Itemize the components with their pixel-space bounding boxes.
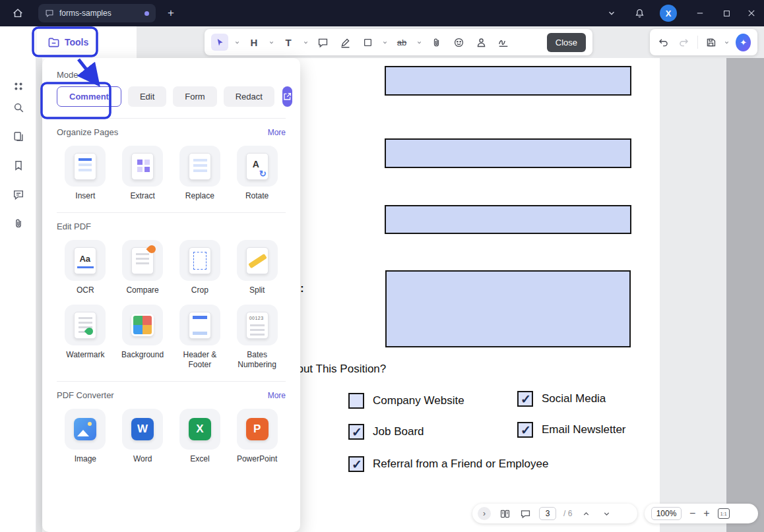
checkbox-email-newsletter[interactable] [517,422,533,438]
text-markup-tool[interactable]: ab [393,34,410,51]
expand-panel-button[interactable]: › [478,507,491,520]
heading-tool-chevron-icon[interactable] [268,34,274,51]
comment-view-icon[interactable] [519,507,532,520]
document-tab[interactable]: forms-samples [38,4,156,22]
highlighter-tool[interactable] [336,34,354,51]
signature-tool[interactable] [495,34,512,51]
next-page-chevron-icon[interactable] [600,507,613,520]
notifications-bell-icon[interactable] [631,5,648,22]
tile-label: Insert [57,191,114,201]
tool-crop[interactable]: Crop [172,240,229,295]
tool-ocr[interactable]: OCR [57,240,114,295]
tool-convert-excel[interactable]: X Excel [172,409,229,464]
shape-tool[interactable] [359,34,376,51]
close-toolbar-button[interactable]: Close [547,33,586,52]
ai-assistant-icon[interactable]: ✦ [736,34,751,51]
comments-panel-icon[interactable] [11,187,26,202]
tool-convert-word[interactable]: W Word [114,409,172,464]
form-field-1[interactable] [385,66,631,96]
open-in-new-window-button[interactable] [282,86,292,107]
tool-compare[interactable]: Compare [114,240,172,295]
ocr-icon [74,247,96,274]
tab-label: forms-samples [59,9,111,18]
zoom-out-button[interactable]: − [689,508,695,519]
tool-header-footer[interactable]: Header & Footer [172,305,229,370]
tool-rotate[interactable]: Rotate [228,146,286,201]
two-page-view-icon[interactable] [498,507,511,520]
bookmark-icon[interactable] [11,158,26,173]
form-field-3[interactable] [385,205,631,234]
text-tool[interactable]: T [280,34,297,51]
checkbox-job-board[interactable] [348,424,364,440]
select-tool-chevron-icon[interactable] [234,34,240,51]
actual-size-button[interactable]: 1:1 [718,508,730,519]
field-label-colon: : [300,282,304,295]
save-chevron-icon[interactable] [724,34,730,51]
extract-icon [131,153,154,180]
replace-icon [189,153,211,180]
tile-label: Crop [172,285,229,295]
tile-label: Word [114,454,172,464]
unsaved-dot-icon [144,11,149,16]
tool-convert-powerpoint[interactable]: P PowerPoint [228,409,286,464]
tools-button[interactable]: Tools [42,32,94,52]
mode-form-button[interactable]: Form [173,86,216,107]
highlight-heading-tool[interactable]: H [245,34,263,51]
right-panel-strip [726,58,764,532]
checkbox-referral[interactable] [348,456,364,472]
shape-tool-chevron-icon[interactable] [381,34,388,51]
word-icon: W [131,418,154,440]
tool-replace[interactable]: Replace [172,146,229,201]
minimize-button[interactable] [691,5,709,22]
sticker-tool[interactable] [450,34,467,51]
form-field-4[interactable] [385,270,631,347]
tool-split[interactable]: Split [228,240,286,295]
tool-watermark[interactable]: Watermark [57,305,114,370]
zoom-level-input[interactable]: 100% [651,507,682,520]
pdf-converter-more-link[interactable]: More [268,391,286,400]
checkbox-row: Company Website [348,393,464,409]
markup-tool-chevron-icon[interactable] [416,34,422,51]
page-thumbnails-icon[interactable] [11,129,26,144]
attach-file-tool[interactable] [428,34,445,51]
stamp-person-icon [476,37,487,48]
tool-extract[interactable]: Extract [114,146,172,201]
zoom-in-button[interactable]: + [703,508,709,519]
new-tab-button[interactable]: + [164,6,178,20]
tile-label: Compare [114,285,172,295]
tool-insert[interactable]: Insert [57,146,114,201]
title-bar: forms-samples + X [0,0,764,26]
attachments-icon[interactable] [11,216,26,231]
search-icon[interactable] [11,100,26,115]
stamp-tool[interactable] [472,34,490,51]
tool-convert-image[interactable]: Image [57,409,114,464]
select-tool[interactable] [211,34,228,51]
maximize-button[interactable] [718,5,735,22]
checkbox-row: Email Newsletter [517,422,626,438]
organize-pages-more-link[interactable]: More [268,128,286,137]
page-number-input[interactable]: 3 [539,507,556,520]
tool-bates-numbering[interactable]: Bates Numbering [228,305,286,370]
section-title: Edit PDF [57,222,91,231]
tool-background[interactable]: Background [114,305,172,370]
close-window-button[interactable] [743,5,760,22]
comment-bubble-icon [317,37,329,48]
undo-button[interactable] [656,34,671,51]
checkbox-social-media[interactable] [517,391,533,407]
tile-label: Image [57,454,114,464]
user-avatar[interactable]: X [660,5,677,22]
home-icon[interactable] [11,6,25,20]
apps-grid-icon[interactable] [11,79,26,94]
sticky-note-tool[interactable] [314,34,331,51]
titlebar-chevron-down-icon[interactable] [603,5,620,22]
text-tool-chevron-icon[interactable] [302,34,309,51]
save-button[interactable] [704,34,718,51]
tools-panel: Mode Comment Edit Form Redact Organize P… [42,58,300,532]
form-field-2[interactable] [385,138,631,168]
mode-edit-button[interactable]: Edit [128,86,166,107]
redo-button[interactable] [677,34,691,51]
mode-comment-button[interactable]: Comment [57,86,121,107]
previous-page-chevron-icon[interactable] [579,507,592,520]
checkbox-company-website[interactable] [348,393,364,409]
mode-redact-button[interactable]: Redact [224,86,274,107]
